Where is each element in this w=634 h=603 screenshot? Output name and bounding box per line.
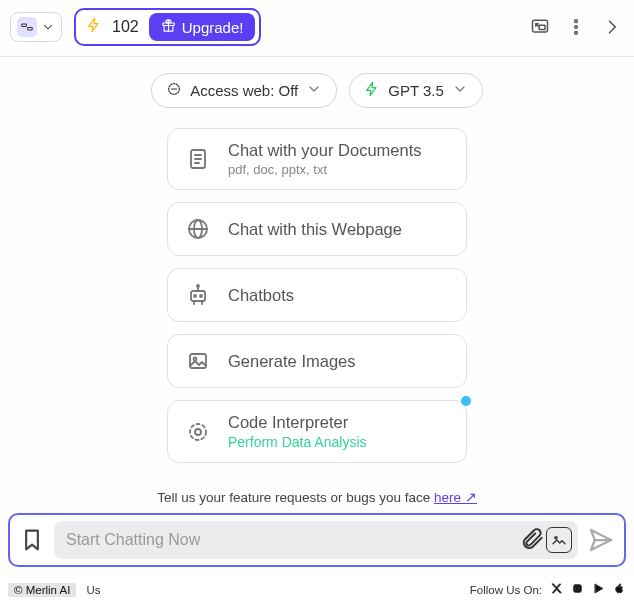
svg-point-6 xyxy=(575,20,578,23)
svg-point-8 xyxy=(575,32,578,35)
composer-inner xyxy=(54,521,578,559)
attach-icon[interactable] xyxy=(520,527,546,553)
composer xyxy=(8,513,626,567)
gift-icon xyxy=(161,18,176,36)
model-picker[interactable]: GPT 3.5 xyxy=(349,73,483,108)
card-title: Generate Images xyxy=(228,352,356,371)
play-icon[interactable] xyxy=(592,582,605,597)
card-chatbots[interactable]: Chatbots xyxy=(167,268,467,322)
image-icon xyxy=(184,347,212,375)
follow-label: Follow Us On: xyxy=(470,584,542,596)
document-icon xyxy=(184,145,212,173)
card-code-interpreter[interactable]: Code Interpreter Perform Data Analysis xyxy=(167,400,467,463)
footer: © Merlin AI Us Follow Us On: xyxy=(0,578,634,603)
chevron-down-icon xyxy=(41,20,55,34)
card-title: Chat with this Webpage xyxy=(228,220,402,239)
upgrade-label: Upgrade! xyxy=(182,19,244,36)
bookmark-icon[interactable] xyxy=(18,525,46,555)
upgrade-button[interactable]: Upgrade! xyxy=(149,13,256,41)
credits-chip[interactable]: 102 Upgrade! xyxy=(74,8,261,46)
card-title: Chatbots xyxy=(228,286,294,305)
credits-count: 102 xyxy=(112,18,139,36)
card-title: Code Interpreter xyxy=(228,413,367,432)
chevron-down-icon xyxy=(306,81,322,100)
svg-point-22 xyxy=(197,285,199,287)
svg-point-26 xyxy=(194,358,197,361)
card-generate-images[interactable]: Generate Images xyxy=(167,334,467,388)
chat-input[interactable] xyxy=(60,521,520,559)
contact-link[interactable]: Us xyxy=(86,584,100,596)
globe-icon xyxy=(184,215,212,243)
kebab-menu-icon[interactable] xyxy=(564,15,588,39)
svg-point-27 xyxy=(190,424,206,440)
merlin-logo-icon xyxy=(17,17,37,37)
svg-rect-32 xyxy=(576,587,579,590)
card-chat-documents[interactable]: Chat with your Documents pdf, doc, pptx,… xyxy=(167,128,467,190)
svg-rect-1 xyxy=(28,28,33,30)
svg-point-7 xyxy=(575,26,578,29)
robot-icon xyxy=(184,281,212,309)
feedback-text: Tell us your feature requests or bugs yo… xyxy=(157,490,434,505)
feedback-link[interactable]: here ↗ xyxy=(434,490,477,505)
web-access-toggle[interactable]: Access web: Off xyxy=(151,73,337,108)
web-access-label: Access web: Off xyxy=(190,82,298,99)
bolt-icon xyxy=(364,81,380,100)
watermark: © Merlin AI xyxy=(8,583,76,597)
x-icon[interactable] xyxy=(550,582,563,597)
image-upload-icon[interactable] xyxy=(546,527,572,553)
card-title: Chat with your Documents xyxy=(228,141,422,160)
svg-rect-5 xyxy=(539,25,545,29)
svg-rect-25 xyxy=(190,354,206,368)
svg-point-19 xyxy=(194,295,196,297)
model-label: GPT 3.5 xyxy=(388,82,444,99)
apple-icon[interactable] xyxy=(613,582,626,597)
bolt-icon xyxy=(86,17,102,37)
chevron-down-icon xyxy=(452,81,468,100)
feedback-line: Tell us your feature requests or bugs yo… xyxy=(0,467,634,513)
svg-point-20 xyxy=(200,295,202,297)
notification-dot xyxy=(461,396,471,406)
brand-dropdown[interactable] xyxy=(10,12,62,42)
svg-point-28 xyxy=(195,429,201,435)
chevron-right-icon[interactable] xyxy=(600,15,624,39)
send-icon[interactable] xyxy=(586,525,616,555)
minus-circle-icon xyxy=(166,81,182,100)
topbar: 102 Upgrade! xyxy=(0,0,634,57)
svg-rect-0 xyxy=(22,24,27,26)
pip-icon[interactable] xyxy=(528,15,552,39)
aperture-icon xyxy=(184,418,212,446)
card-chat-webpage[interactable]: Chat with this Webpage xyxy=(167,202,467,256)
options-row: Access web: Off GPT 3.5 xyxy=(0,57,634,124)
svg-point-29 xyxy=(555,537,557,539)
card-subtitle: Perform Data Analysis xyxy=(228,434,367,450)
card-subtitle: pdf, doc, pptx, txt xyxy=(228,162,422,177)
stop-icon[interactable] xyxy=(571,582,584,597)
feature-cards: Chat with your Documents pdf, doc, pptx,… xyxy=(0,124,634,467)
